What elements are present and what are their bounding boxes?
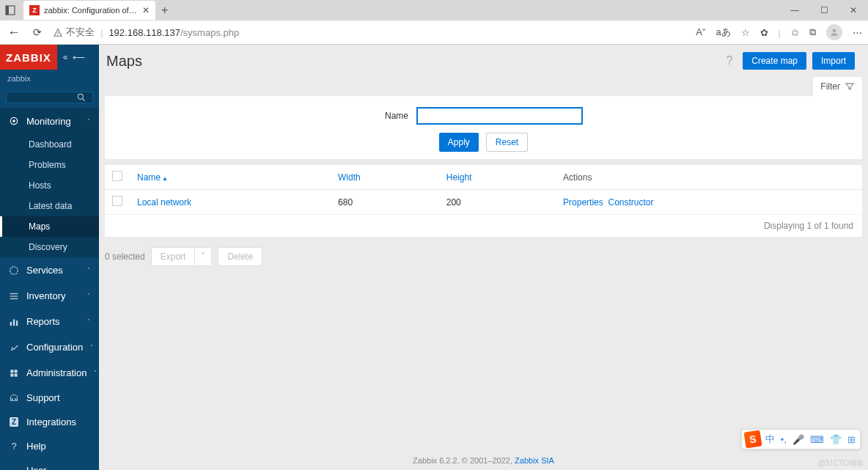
insecure-badge: 不安全 (53, 26, 95, 39)
sidebar: ZABBIX « ⟵ zabbix Monitoring ˄ Dashboard… (0, 45, 99, 470)
ime-keyboard-icon[interactable]: ⌨ (809, 434, 825, 445)
text-size-icon[interactable]: A» (696, 26, 705, 37)
url-host: 192.168.118.137 (108, 27, 180, 38)
table-footer-text: Displaying 1 of 1 found (105, 215, 862, 237)
sidebar-section-configuration[interactable]: Configuration ˅ (0, 334, 99, 360)
sidebar-label-integrations: Integrations (26, 416, 90, 427)
integrations-icon: Z (9, 417, 19, 427)
url-field[interactable]: 不安全 | 192.168.118.137/sysmaps.php (53, 26, 688, 39)
url-path: /sysmaps.php (180, 27, 239, 38)
window-close-icon[interactable]: ✕ (839, 0, 868, 21)
ime-skin-icon[interactable]: 👕 (828, 434, 843, 445)
collections-icon[interactable]: ⧉ (809, 26, 816, 38)
sidebar-item-integrations[interactable]: Z Integrations (0, 410, 99, 434)
configuration-icon (9, 342, 19, 353)
import-button[interactable]: Import (812, 52, 855, 70)
svg-rect-1 (6, 6, 9, 15)
ime-punct-icon[interactable]: •, (779, 434, 788, 445)
window-minimize-icon[interactable]: — (780, 0, 809, 21)
filter-name-label: Name (385, 111, 408, 121)
favorite-star-icon[interactable]: ☆ (741, 27, 750, 38)
window-maximize-icon[interactable]: ☐ (809, 0, 839, 21)
sidebar-label-help: Help (26, 441, 90, 452)
sidebar-item-maps[interactable]: Maps (0, 216, 99, 237)
column-height[interactable]: Height (439, 165, 556, 190)
column-name[interactable]: Name▲ (130, 165, 331, 190)
search-input[interactable] (6, 92, 93, 103)
svg-point-14 (11, 348, 12, 350)
chevron-up-icon: ˄ (87, 118, 90, 125)
filter-name-input[interactable] (417, 108, 582, 124)
column-width[interactable]: Width (331, 165, 439, 190)
sidebar-label-administration: Administration (26, 367, 87, 378)
ime-toolbar[interactable]: S 中 •, 🎤 ⌨ 👕 ⊞ (741, 429, 861, 449)
page-title: Maps (106, 53, 142, 70)
sidebar-item-latest-data[interactable]: Latest data (0, 196, 99, 216)
sidebar-item-hosts[interactable]: Hosts (0, 175, 99, 196)
select-all-checkbox[interactable] (112, 171, 122, 181)
administration-icon (9, 368, 19, 378)
tab-actions-icon[interactable] (0, 0, 21, 21)
more-menu-icon[interactable]: ⋯ (853, 27, 862, 38)
svg-rect-12 (13, 319, 15, 326)
new-tab-button[interactable]: + (161, 4, 168, 17)
sidebar-item-user-settings[interactable]: User settings ˅ (0, 458, 99, 470)
svg-rect-18 (15, 373, 18, 376)
collapse-sidebar-icon[interactable]: « (63, 52, 68, 62)
ime-voice-icon[interactable]: 🎤 (791, 434, 806, 445)
delete-button: Delete (218, 247, 262, 266)
profile-avatar-icon[interactable] (826, 24, 842, 40)
sidebar-item-dashboard[interactable]: Dashboard (0, 134, 99, 155)
page-header: Maps ? Create map Import (99, 45, 868, 77)
main-content: Maps ? Create map Import Filter Name App… (99, 45, 868, 470)
sidebar-section-reports[interactable]: Reports ˅ (0, 309, 99, 334)
extension-icon[interactable]: ✿ (760, 27, 768, 38)
sidebar-item-support[interactable]: Support (0, 386, 99, 410)
browser-tab[interactable]: Z zabbix: Configuration of network ✕ (23, 1, 155, 20)
translate-icon[interactable]: aあ (716, 26, 730, 39)
row-checkbox[interactable] (112, 196, 122, 206)
maps-table: Name▲ Width Height Actions Local network… (105, 165, 862, 237)
inventory-icon (9, 291, 19, 301)
svg-point-2 (833, 29, 836, 32)
sidebar-section-services[interactable]: Services ˅ (0, 257, 99, 283)
constructor-link[interactable]: Constructor (608, 197, 653, 208)
chevron-down-icon: ˅ (94, 370, 97, 376)
ime-toolbox-icon[interactable]: ⊞ (846, 434, 857, 445)
sidebar-item-problems[interactable]: Problems (0, 155, 99, 175)
reset-button[interactable]: Reset (486, 133, 528, 152)
create-map-button[interactable]: Create map (743, 52, 806, 70)
reports-icon (9, 317, 19, 327)
filter-toggle[interactable]: Filter (813, 77, 862, 96)
monitoring-subitems: Dashboard Problems Hosts Latest data Map… (0, 134, 99, 257)
hide-sidebar-icon[interactable]: ⟵ (73, 52, 85, 62)
server-name: zabbix (0, 70, 99, 87)
sort-asc-icon: ▲ (162, 175, 168, 182)
apply-button[interactable]: Apply (439, 133, 479, 152)
sidebar-section-inventory[interactable]: Inventory ˅ (0, 283, 99, 309)
page-help-icon[interactable]: ? (726, 54, 732, 67)
sidebar-item-discovery[interactable]: Discovery (0, 237, 99, 257)
zabbix-logo[interactable]: ZABBIX (0, 45, 57, 70)
bulk-actions: 0 selected Export ˅ Delete (99, 243, 868, 271)
favorites-bar-icon[interactable]: ✩ (791, 27, 799, 38)
watermark: @51CTO博客 (818, 458, 864, 469)
export-button: Export (151, 247, 195, 266)
properties-link[interactable]: Properties (563, 197, 603, 208)
sidebar-section-administration[interactable]: Administration ˅ (0, 360, 99, 386)
svg-point-3 (78, 94, 83, 99)
nav-refresh-icon[interactable]: ⟳ (29, 24, 45, 40)
tab-close-icon[interactable]: ✕ (142, 5, 150, 15)
sidebar-section-monitoring[interactable]: Monitoring ˄ (0, 108, 99, 134)
ime-lang-icon[interactable]: 中 (764, 433, 776, 446)
sidebar-item-help[interactable]: ? Help (0, 434, 99, 458)
nav-back-icon[interactable]: ← (6, 24, 22, 40)
chevron-down-icon: ˅ (87, 293, 90, 299)
services-icon (9, 265, 19, 276)
sidebar-label-monitoring: Monitoring (26, 116, 80, 127)
sidebar-label-configuration: Configuration (26, 342, 83, 353)
sidebar-label-reports: Reports (26, 316, 80, 327)
zabbix-sia-link[interactable]: Zabbix SIA (515, 456, 554, 465)
window-controls: — ☐ ✕ (780, 0, 868, 21)
map-name-link[interactable]: Local network (137, 197, 191, 208)
